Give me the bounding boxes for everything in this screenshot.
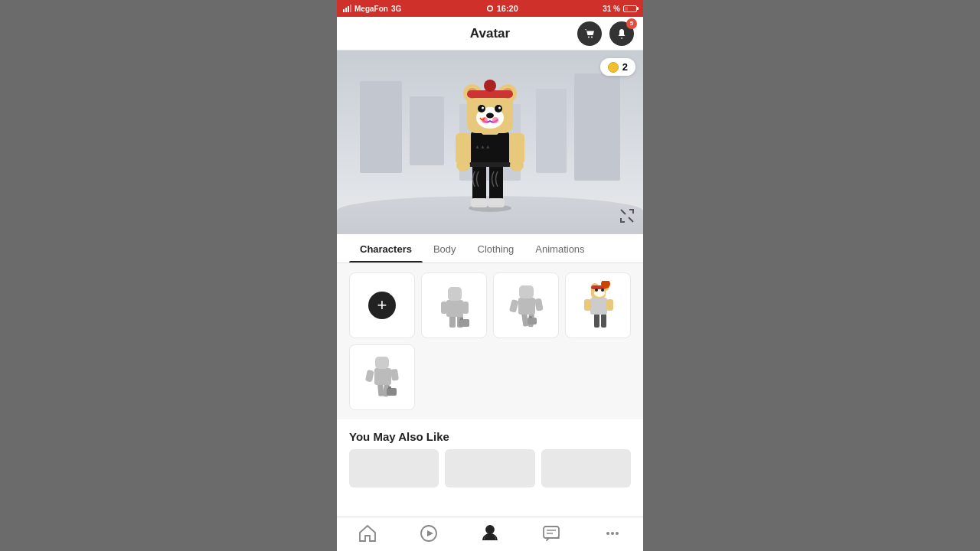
svg-rect-32 (449, 315, 456, 328)
page-title: Avatar (470, 26, 510, 41)
nav-chat[interactable] (541, 523, 561, 543)
notification-badge: 5 (626, 18, 637, 29)
recommendations-section: You May Also Like (337, 419, 643, 517)
battery-label: 31 % (603, 5, 620, 13)
tab-bar: Characters Body Clothing Animations (337, 234, 643, 263)
rec-card-2[interactable] (445, 449, 534, 487)
svg-text:▲▲▲: ▲▲▲ (475, 144, 491, 149)
nav-more[interactable] (603, 523, 622, 543)
notification-button[interactable]: 5 (609, 21, 634, 46)
svg-rect-64 (364, 370, 374, 383)
network-label: 3G (391, 5, 401, 13)
add-icon: + (368, 292, 396, 319)
characters-grid: + (337, 263, 643, 419)
svg-rect-5 (472, 164, 486, 202)
svg-rect-37 (448, 287, 462, 301)
svg-rect-45 (519, 285, 534, 298)
svg-rect-7 (471, 198, 488, 207)
top-nav: Avatar 5 (337, 17, 643, 51)
signal-bars (343, 5, 351, 12)
svg-rect-50 (590, 298, 607, 315)
status-right: 31 % (603, 5, 637, 13)
status-left: MegaFon 3G (343, 5, 401, 13)
svg-rect-65 (390, 368, 399, 380)
add-character-card[interactable]: + (349, 272, 415, 338)
coin-value: 2 (622, 61, 628, 73)
svg-point-25 (495, 105, 502, 112)
character-card-1[interactable] (421, 272, 487, 338)
svg-rect-43 (508, 299, 518, 313)
bottom-nav (337, 517, 643, 551)
character-figure-3 (573, 281, 623, 331)
tab-body[interactable]: Body (423, 234, 467, 262)
more-icon (603, 523, 622, 543)
svg-rect-10 (469, 162, 511, 167)
svg-rect-67 (387, 388, 397, 396)
svg-point-1 (488, 7, 492, 11)
character-card-4[interactable] (349, 344, 415, 410)
svg-point-26 (482, 106, 484, 109)
bell-icon (616, 28, 628, 40)
svg-point-78 (616, 532, 619, 535)
cart-button[interactable] (577, 21, 602, 46)
nav-avatar[interactable] (480, 523, 500, 543)
character-figure-1 (430, 281, 479, 331)
svg-rect-49 (601, 314, 606, 328)
character-figure-4 (358, 353, 407, 403)
svg-rect-34 (446, 300, 463, 317)
character-card-2[interactable] (493, 272, 559, 338)
svg-point-27 (498, 106, 501, 109)
avatar-preview: ▲▲▲ 2 (337, 51, 643, 234)
status-time: 16:20 (486, 4, 518, 13)
svg-point-77 (611, 532, 614, 535)
svg-rect-51 (584, 299, 591, 311)
coin-counter: 2 (600, 58, 635, 76)
svg-point-59 (595, 289, 598, 292)
svg-rect-39 (460, 318, 463, 320)
svg-point-30 (492, 117, 498, 123)
svg-point-72 (487, 527, 494, 533)
svg-rect-36 (462, 302, 469, 314)
chat-icon (541, 523, 561, 543)
play-icon (419, 523, 439, 543)
svg-rect-8 (488, 198, 505, 207)
character-card-3[interactable] (565, 272, 631, 338)
svg-rect-42 (518, 298, 535, 315)
svg-rect-48 (594, 314, 599, 328)
svg-rect-44 (534, 298, 544, 311)
status-bar: MegaFon 3G 16:20 31 % (337, 0, 643, 17)
svg-point-76 (606, 532, 609, 535)
svg-rect-66 (375, 357, 389, 369)
svg-rect-38 (459, 319, 469, 327)
rec-card-1[interactable] (349, 449, 439, 487)
nav-home[interactable] (358, 523, 377, 543)
avatar-figure: ▲▲▲ (448, 72, 532, 214)
svg-rect-47 (529, 316, 532, 318)
svg-point-28 (486, 112, 494, 118)
nav-icons: 5 (577, 21, 634, 46)
recommendations-row (337, 449, 643, 494)
svg-rect-68 (388, 386, 391, 389)
svg-point-13 (456, 159, 470, 171)
svg-rect-73 (544, 527, 559, 538)
tab-clothing[interactable]: Clothing (467, 234, 525, 262)
svg-rect-35 (441, 302, 447, 314)
svg-point-2 (588, 36, 590, 37)
svg-point-14 (510, 159, 524, 171)
expand-button[interactable] (619, 207, 635, 227)
avatar-icon (480, 523, 500, 543)
section-title: You May Also Like (337, 419, 643, 449)
svg-point-3 (591, 36, 593, 37)
battery-icon (623, 5, 637, 12)
svg-rect-46 (528, 318, 537, 324)
rec-card-3[interactable] (541, 449, 631, 487)
carrier-label: MegaFon (354, 5, 388, 13)
character-figure-2 (501, 281, 551, 331)
svg-point-24 (478, 105, 485, 112)
svg-marker-70 (427, 530, 433, 536)
nav-play[interactable] (419, 523, 439, 543)
tab-characters[interactable]: Characters (349, 234, 423, 262)
svg-point-22 (484, 80, 496, 92)
svg-rect-63 (374, 368, 391, 385)
tab-animations[interactable]: Animations (524, 234, 595, 262)
